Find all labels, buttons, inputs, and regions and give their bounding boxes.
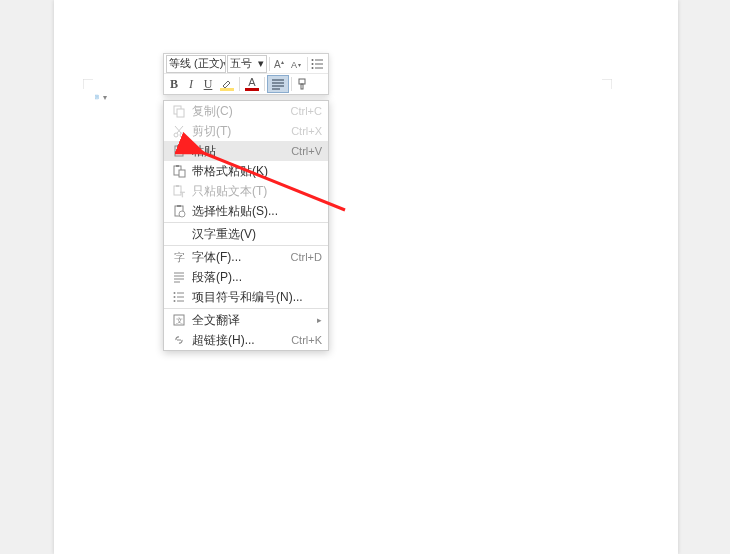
bold-button[interactable]: B [166,75,182,93]
context-menu: 复制(C)Ctrl+C剪切(T)Ctrl+X粘贴Ctrl+V带格式粘贴(K)T只… [163,100,329,351]
menu-label: 带格式粘贴(K) [192,163,322,180]
svg-point-23 [180,133,184,137]
highlight-color-swatch [220,88,234,91]
blank-icon [170,226,188,242]
svg-text:文: 文 [176,317,183,324]
margin-mark-tr [602,78,612,92]
menu-label: 全文翻译 [192,312,317,329]
chevron-down-icon: ▾ [223,59,226,68]
font-size-select[interactable]: 五号 ▾ [227,55,267,73]
menu-label: 超链接(H)... [192,332,291,349]
font-color-button[interactable]: A [242,75,262,93]
link-icon [170,332,188,348]
bullets-icon [170,289,188,305]
margin-mark-tl [83,78,93,92]
menu-item-link[interactable]: 超链接(H)...Ctrl+K [164,330,328,350]
menu-item-paste-special[interactable]: 选择性粘贴(S)... [164,201,328,221]
svg-rect-30 [179,170,185,177]
svg-text:A: A [291,60,297,70]
svg-rect-21 [177,109,184,117]
svg-rect-0 [95,95,98,99]
menu-item-font[interactable]: 字字体(F)...Ctrl+D [164,247,328,267]
menu-separator [164,308,328,309]
highlight-button[interactable] [217,75,237,93]
document-page [54,0,678,554]
svg-point-47 [174,300,176,302]
paragraph-icon [170,269,188,285]
svg-point-22 [174,133,178,137]
menu-label: 汉字重选(V) [192,226,322,243]
separator [291,77,292,91]
menu-item-cut: 剪切(T)Ctrl+X [164,121,328,141]
underline-button[interactable]: U [200,75,216,93]
svg-rect-29 [176,165,179,167]
svg-point-12 [312,63,314,65]
shrink-font-button[interactable]: A▾ [289,55,305,73]
menu-item-paragraph[interactable]: 段落(P)... [164,267,328,287]
svg-rect-35 [177,205,181,207]
svg-text:A: A [274,59,281,70]
menu-shortcut: Ctrl+V [291,145,322,157]
paste-text-icon: T [170,183,188,199]
svg-point-46 [174,296,176,298]
document-icon[interactable]: ▾ [95,90,107,104]
cut-icon [170,123,188,139]
paste-special-icon [170,203,188,219]
menu-label: 字体(F)... [192,249,291,266]
menu-shortcut: Ctrl+K [291,334,322,346]
svg-text:T: T [180,190,185,198]
svg-point-36 [179,211,185,217]
separator [269,57,270,71]
svg-rect-18 [299,79,305,84]
align-button[interactable] [267,75,289,93]
separator [239,77,240,91]
svg-rect-19 [301,84,303,89]
chevron-down-icon: ▾ [258,57,264,70]
menu-shortcut: Ctrl+D [291,251,322,263]
menu-label: 剪切(T) [192,123,291,140]
svg-point-45 [174,292,176,294]
menu-shortcut: Ctrl+C [291,105,322,117]
grow-font-button[interactable]: A▴ [272,55,288,73]
menu-item-paste[interactable]: 粘贴Ctrl+V [164,141,328,161]
font-name-select[interactable]: 等线 (正文) ▾ [166,55,226,73]
font-icon: 字 [170,249,188,265]
menu-item-item-7[interactable]: 汉字重选(V) [164,224,328,244]
mini-toolbar: 等线 (正文) ▾ 五号 ▾ A▴ A▾ B I U [163,53,329,95]
menu-item-paste-text: T只粘贴文本(T) [164,181,328,201]
menu-separator [164,222,328,223]
translate-icon: 文 [170,312,188,328]
svg-point-13 [312,67,314,69]
menu-item-translate[interactable]: 文全文翻译▸ [164,310,328,330]
menu-item-bullets[interactable]: 项目符号和编号(N)... [164,287,328,307]
submenu-arrow-icon: ▸ [317,315,322,325]
menu-label: 选择性粘贴(S)... [192,203,322,220]
svg-text:字: 字 [174,251,185,263]
menu-label: 项目符号和编号(N)... [192,289,322,306]
font-color-swatch [245,88,259,91]
dropdown-arrow-icon: ▾ [103,93,107,102]
menu-item-copy: 复制(C)Ctrl+C [164,101,328,121]
paste-icon [170,143,188,159]
svg-text:▾: ▾ [298,62,301,68]
svg-point-11 [312,59,314,61]
menu-label: 段落(P)... [192,269,322,286]
list-button[interactable] [310,55,326,73]
separator [264,77,265,91]
menu-separator [164,245,328,246]
svg-text:▴: ▴ [281,59,284,65]
menu-item-paste-format[interactable]: 带格式粘贴(K) [164,161,328,181]
svg-rect-27 [177,145,181,147]
paste-format-icon [170,163,188,179]
menu-shortcut: Ctrl+X [291,125,322,137]
copy-icon [170,103,188,119]
menu-label: 只粘贴文本(T) [192,183,322,200]
format-painter-button[interactable] [294,75,310,93]
separator [307,57,308,71]
italic-button[interactable]: I [183,75,199,93]
menu-label: 复制(C) [192,103,291,120]
menu-label: 粘贴 [192,143,291,160]
svg-rect-26 [175,146,183,156]
font-name-value: 等线 (正文) [169,56,223,71]
font-size-value: 五号 [230,56,252,71]
